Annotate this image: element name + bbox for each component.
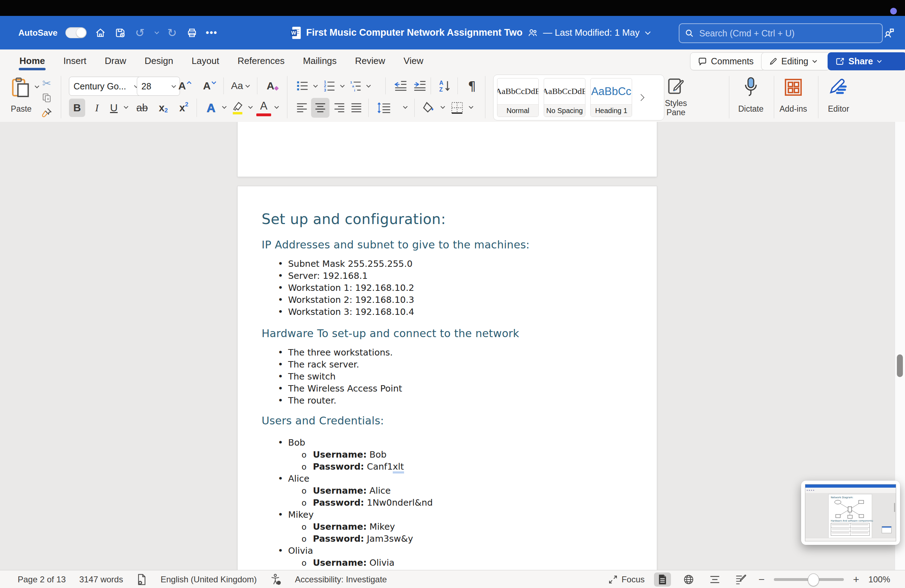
font-color-button[interactable]: A [255, 98, 272, 117]
doc-bullet[interactable]: •Workstation 1: 192.168.10.2 [262, 282, 637, 294]
focus-button[interactable]: Focus [608, 575, 645, 585]
username-value[interactable]: Mikey [367, 521, 395, 532]
tab-mailings[interactable]: Mailings [303, 49, 337, 73]
doc-heading-1[interactable]: Set up and configuration: [262, 211, 637, 227]
doc-bullet[interactable]: •The switch [262, 371, 637, 383]
align-left-button[interactable] [294, 99, 310, 116]
doc-bullet[interactable]: •The Wireless Access Point [262, 383, 637, 395]
doc-user-username[interactable]: oUsername: Bob [262, 449, 637, 461]
bullet-text[interactable]: The Wireless Access Point [288, 384, 402, 394]
shrink-font-button[interactable]: A [201, 78, 219, 94]
page-2[interactable]: Set up and configuration: IP Addresses a… [238, 186, 657, 570]
undo-icon[interactable]: ↺ [134, 27, 146, 39]
line-spacing-button[interactable] [374, 99, 394, 116]
borders-chevron-icon[interactable] [469, 104, 473, 109]
line-spacing-chevron-icon[interactable] [403, 104, 408, 109]
tab-layout[interactable]: Layout [192, 49, 219, 73]
web-layout-view-button[interactable] [680, 572, 697, 586]
style-card-normal[interactable]: AaBbCcDdENormal [497, 78, 539, 117]
doc-user-name[interactable]: •Mikey [262, 509, 637, 521]
doc-bullet[interactable]: •The three workstations. [262, 347, 637, 359]
zoom-slider-thumb[interactable] [808, 574, 819, 586]
video-thumbnail-card[interactable]: Network Diagram: Hardwa [801, 480, 900, 545]
bullet-text[interactable]: The three workstations. [288, 347, 393, 358]
tab-insert[interactable]: Insert [63, 49, 86, 73]
doc-heading-2[interactable]: IP Addresses and subnet to give to the m… [262, 239, 637, 251]
page-indicator[interactable]: Page 2 of 13 [17, 575, 66, 585]
align-right-button[interactable] [332, 99, 347, 116]
zoom-in-button[interactable]: + [853, 574, 859, 585]
underline-button[interactable]: U [106, 98, 122, 117]
print-icon[interactable] [186, 27, 198, 39]
bullet-text[interactable]: Alice [288, 474, 309, 484]
bullet-text[interactable]: Olivia [288, 545, 313, 556]
clear-formatting-button[interactable]: A [263, 78, 283, 94]
last-modified-label[interactable]: — Last Modified: 1 May [543, 27, 640, 38]
bullet-text[interactable]: Bob [288, 437, 305, 448]
addins-button[interactable] [782, 77, 805, 98]
grow-font-button[interactable]: A [176, 78, 194, 94]
dictate-button[interactable] [740, 76, 762, 98]
home-icon[interactable] [94, 27, 106, 39]
bullet-text[interactable]: Workstation 2: 192.168.10.3 [288, 295, 414, 305]
align-center-button[interactable] [311, 98, 329, 118]
italic-button[interactable]: I [89, 98, 105, 117]
doc-bullet[interactable]: •Workstation 2: 192.168.10.3 [262, 294, 637, 306]
editing-mode-button[interactable]: Editing [761, 52, 830, 70]
username-value[interactable]: Bob [367, 450, 386, 460]
font-size-combo[interactable]: 28 [137, 77, 180, 96]
bullets-chevron-icon[interactable] [313, 83, 318, 88]
bold-button[interactable]: B [69, 98, 85, 117]
doc-user-username[interactable]: oUsername: Olivia [262, 557, 637, 569]
decrease-indent-button[interactable] [392, 78, 410, 94]
text-effects-button[interactable]: A [202, 98, 220, 117]
bullet-text[interactable]: The rack server. [288, 359, 359, 369]
username-value[interactable]: Alice [367, 485, 391, 496]
doc-bullet[interactable]: •Subnet Mask 255.255.255.0 [262, 258, 637, 270]
format-painter-icon[interactable] [40, 106, 54, 120]
doc-user-password[interactable]: oPassword: 1Nw0nderl&nd [262, 497, 637, 509]
doc-user-username[interactable]: oUsername: Alice [262, 485, 637, 497]
tab-references[interactable]: References [238, 49, 284, 73]
password-part[interactable]: Canf1 [367, 461, 393, 472]
subscript-button[interactable]: x2 [154, 98, 173, 117]
tab-view[interactable]: View [404, 49, 424, 73]
strikethrough-button[interactable]: ab [132, 98, 152, 117]
title-chevron-icon[interactable] [645, 29, 651, 35]
redo-icon[interactable]: ↻ [166, 27, 178, 39]
doc-user-name[interactable]: •Alice [262, 473, 637, 485]
password-part-spellcheck[interactable]: xlt [393, 461, 404, 473]
zoom-level[interactable]: 100% [868, 575, 890, 585]
bullets-button[interactable] [294, 78, 311, 94]
more-commands-icon[interactable]: ••• [206, 27, 218, 39]
highlight-chevron-icon[interactable] [248, 104, 253, 109]
accessibility-icon[interactable]: ! [270, 574, 281, 585]
doc-heading-2[interactable]: Users and Credentials: [262, 415, 637, 427]
tab-draw[interactable]: Draw [105, 49, 126, 73]
accessibility-status[interactable]: Accessibility: Investigate [295, 575, 387, 585]
autosave-toggle[interactable] [65, 27, 87, 38]
style-card-heading-1[interactable]: AaBbCcHeading 1 [591, 78, 632, 117]
password-part[interactable]: 1Nw0nderl&nd [367, 498, 433, 508]
bullet-text[interactable]: Subnet Mask 255.255.255.0 [288, 259, 413, 269]
undo-chevron-icon[interactable] [154, 30, 159, 34]
shading-chevron-icon[interactable] [440, 104, 445, 109]
tab-design[interactable]: Design [144, 49, 173, 73]
numbering-chevron-icon[interactable] [340, 83, 345, 88]
multilevel-chevron-icon[interactable] [366, 83, 371, 88]
highlight-button[interactable] [229, 98, 246, 117]
multilevel-list-button[interactable]: 1ai [347, 78, 364, 94]
paste-chevron-icon[interactable] [35, 84, 39, 88]
doc-user-password[interactable]: oPassword: Jam3sw&y [262, 533, 637, 545]
superscript-button[interactable]: x2 [175, 98, 193, 117]
zoom-out-button[interactable]: − [759, 574, 765, 585]
editor-button[interactable] [826, 76, 850, 98]
proofing-errors-icon[interactable] [137, 574, 147, 585]
font-name-combo[interactable]: Century Go... [69, 77, 143, 96]
shading-button[interactable] [419, 99, 438, 116]
language-indicator[interactable]: English (United Kingdom) [160, 575, 257, 585]
comments-button[interactable]: Comments [690, 52, 766, 70]
draft-view-button[interactable] [732, 572, 749, 586]
document-title[interactable]: First Music Computer Network Assignment … [306, 27, 522, 38]
scrollbar-thumb[interactable] [897, 354, 903, 377]
